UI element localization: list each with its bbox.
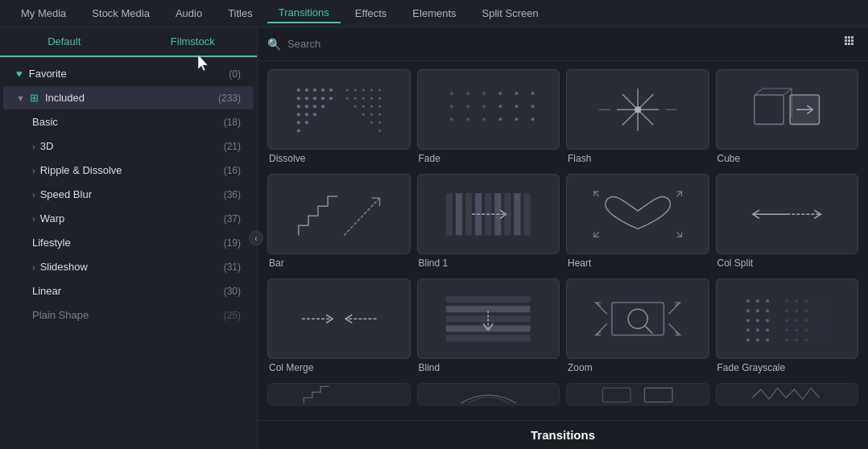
transition-thumb [267, 383, 411, 406]
transition-thumb [267, 69, 411, 150]
nav-item-effects[interactable]: Effects [344, 4, 399, 23]
svg-point-46 [370, 122, 373, 124]
transition-card-colsplit[interactable]: Col Split [716, 174, 859, 272]
transition-label [566, 406, 709, 410]
sidebar-item-speedblur[interactable]: › Speed Blur (36) [3, 183, 254, 206]
sidebar-item-warp[interactable]: › Warp (37) [3, 207, 254, 230]
transition-thumb [566, 278, 709, 359]
sidebar-item-count: (25) [224, 310, 241, 321]
svg-point-19 [296, 105, 300, 108]
transition-card-colmerge[interactable]: Col Merge [267, 278, 411, 377]
sidebar-collapse-button[interactable]: ‹ [249, 231, 263, 245]
sidebar-item-favorite[interactable]: ♥ Favorite (0) [3, 62, 254, 85]
svg-rect-87 [446, 193, 453, 235]
svg-point-34 [345, 97, 348, 99]
svg-point-141 [804, 319, 808, 322]
sidebar-item-ripple[interactable]: › Ripple & Dissolve (16) [3, 159, 254, 182]
transition-card-fade[interactable]: Fade [417, 69, 560, 167]
nav-item-mymedia[interactable]: My Media [10, 4, 77, 23]
svg-point-47 [378, 122, 381, 124]
nav-item-titles[interactable]: Titles [217, 4, 264, 23]
svg-point-14 [296, 97, 300, 100]
search-input[interactable] [287, 38, 837, 50]
transition-thumb [566, 69, 709, 150]
transition-card-zoom[interactable]: Zoom [566, 278, 709, 377]
svg-point-23 [296, 113, 300, 116]
svg-point-124 [746, 319, 750, 322]
sidebar-item-linear[interactable]: Linear (30) [3, 279, 254, 303]
transition-card-partial3[interactable] [566, 383, 709, 412]
sidebar-item-count: (21) [224, 141, 241, 152]
nav-item-splitscreen[interactable]: Split Screen [471, 4, 550, 23]
svg-point-123 [766, 309, 769, 312]
sidebar-item-plainshape[interactable]: Plain Shape (25) [3, 303, 254, 327]
svg-point-63 [531, 105, 535, 108]
svg-line-114 [595, 303, 606, 314]
transition-card-blind[interactable]: Blind [417, 278, 560, 377]
sidebar-item-slideshow[interactable]: › Slideshow (31) [3, 255, 254, 278]
transition-label: Flash [566, 150, 709, 166]
svg-rect-6 [845, 43, 847, 45]
svg-point-120 [766, 299, 769, 303]
nav-item-audio[interactable]: Audio [164, 4, 213, 23]
transition-card-cube[interactable]: Cube [716, 69, 859, 167]
svg-point-155 [825, 328, 828, 332]
svg-point-122 [756, 309, 759, 312]
svg-point-129 [766, 328, 769, 332]
svg-point-60 [531, 92, 535, 95]
svg-rect-95 [524, 193, 531, 235]
svg-point-51 [482, 92, 486, 95]
sidebar-item-included[interactable]: ▼ ⊞ Included (233) [3, 86, 254, 109]
svg-point-33 [378, 89, 381, 91]
transition-label: Bar [267, 254, 411, 270]
chevron-right-icon: › [32, 262, 35, 272]
sidebar-item-lifestyle[interactable]: Lifestyle (19) [3, 231, 254, 254]
transition-label [267, 406, 411, 410]
sidebar-item-count: (37) [224, 213, 241, 224]
transition-label [716, 406, 859, 410]
nav-item-transitions[interactable]: Transitions [267, 3, 341, 23]
svg-point-30 [353, 89, 356, 91]
bottom-bar: Transitions [258, 420, 868, 449]
svg-point-12 [321, 89, 324, 92]
svg-point-10 [304, 89, 308, 92]
sidebar-item-count: (18) [224, 117, 241, 128]
transition-card-fadegrayscale[interactable]: Fade Grayscale [716, 278, 859, 377]
transition-card-bar[interactable]: Bar [267, 174, 411, 272]
transition-card-heart[interactable]: Heart [566, 174, 709, 272]
svg-line-71 [622, 94, 638, 109]
grid-view-button[interactable] [844, 35, 858, 53]
nav-item-elements[interactable]: Elements [401, 4, 467, 23]
transition-thumb [566, 174, 709, 254]
svg-point-54 [482, 105, 486, 108]
top-nav: My Media Stock Media Audio Titles Transi… [0, 0, 868, 27]
sidebar-item-basic[interactable]: Basic (18) [3, 110, 254, 134]
transition-label: Heart [566, 254, 709, 270]
svg-point-49 [450, 92, 453, 95]
transition-thumb [267, 278, 411, 359]
tab-default[interactable]: Default [0, 27, 129, 57]
transition-card-flash[interactable]: Flash [566, 69, 709, 167]
transition-card-blind1[interactable]: Blind 1 [417, 174, 560, 272]
transition-card-dissolve[interactable]: Dissolve [267, 69, 411, 167]
transition-card-partial1[interactable] [267, 383, 411, 412]
svg-point-32 [370, 89, 373, 91]
tab-filmstock[interactable]: Filmstock [129, 27, 258, 57]
svg-point-52 [450, 105, 453, 108]
svg-point-150 [814, 309, 817, 312]
transition-thumb [566, 383, 709, 406]
transition-label: Col Split [716, 254, 859, 270]
chevron-right-icon: › [32, 214, 35, 224]
svg-point-65 [515, 117, 518, 121]
svg-point-22 [321, 105, 324, 108]
transition-card-partial2[interactable] [417, 383, 560, 412]
sidebar-item-label: Basic [32, 116, 224, 128]
sidebar-item-3d[interactable]: › 3D (21) [3, 134, 254, 158]
search-bar: 🔍 [258, 27, 868, 61]
svg-point-132 [766, 338, 769, 341]
transition-thumb [417, 278, 560, 359]
nav-item-stockmedia[interactable]: Stock Media [81, 4, 161, 23]
transition-card-partial4[interactable] [716, 383, 859, 412]
svg-rect-159 [644, 388, 672, 402]
search-icon: 🔍 [267, 38, 281, 51]
